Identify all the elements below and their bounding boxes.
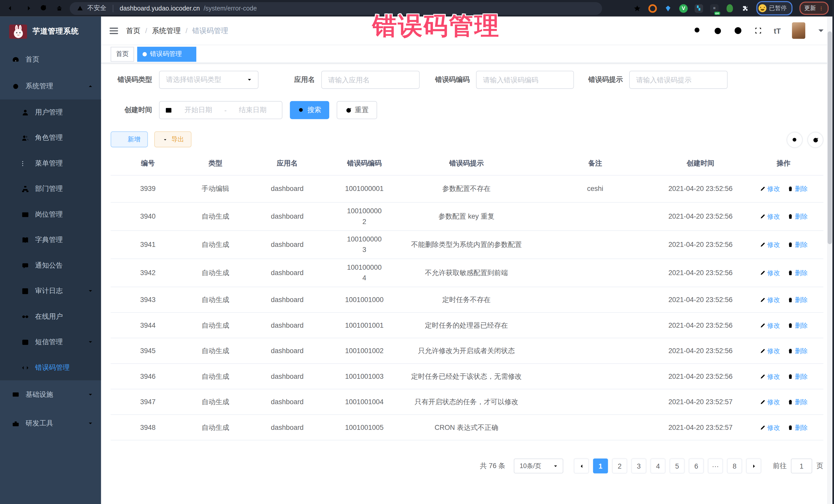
table-row[interactable]: 3939 手动编辑 dashboard 1001000001 参数配置不存在 c… (111, 176, 823, 203)
font-size-icon[interactable]: tT (774, 26, 781, 35)
dark-grid-extension-icon[interactable]: ▚ (695, 4, 703, 13)
caret-down-icon[interactable] (816, 26, 826, 35)
forward-icon[interactable] (23, 4, 31, 12)
page-size-select[interactable]: 10条/页 (514, 459, 563, 474)
delete-button[interactable]: 删除 (787, 211, 808, 222)
page-button-1[interactable]: 1 (593, 459, 608, 474)
browser-menu-icon[interactable] (819, 5, 824, 12)
sidebar-item-posts[interactable]: 岗位管理 (0, 202, 101, 227)
error-code-field[interactable] (476, 71, 574, 89)
scrollbar-thumb[interactable] (828, 31, 832, 244)
sidebar-item-dev-tools[interactable]: 研发工具 (0, 409, 101, 438)
app-name-field[interactable] (321, 71, 420, 89)
page-button-3[interactable]: 3 (631, 459, 646, 474)
browser-profile-button[interactable]: 已暂停 (756, 1, 792, 15)
next-page-button[interactable] (746, 459, 761, 474)
sidebar-item-notices[interactable]: 通知公告 (0, 253, 101, 278)
edit-button[interactable]: 修改 (759, 183, 780, 194)
edit-button[interactable]: 修改 (759, 371, 780, 381)
edit-button[interactable]: 修改 (759, 294, 780, 305)
tab-error-code[interactable]: 错误码管理 (137, 46, 196, 61)
goto-page-field[interactable] (791, 459, 812, 474)
export-button[interactable]: 导出 (154, 131, 192, 147)
delete-button[interactable]: 删除 (787, 396, 808, 407)
sidebar-item-roles[interactable]: 角色管理 (0, 125, 101, 150)
sidebar-item-system[interactable]: 系统管理 (0, 73, 101, 100)
page-ellipsis-button[interactable]: ··· (708, 459, 723, 474)
delete-button[interactable]: 删除 (787, 345, 808, 356)
table-row[interactable]: 3942 自动生成 dashboard 1001000004 不允许获取敏感配置… (111, 259, 823, 287)
delete-button[interactable]: 删除 (787, 371, 808, 381)
page-button-6[interactable]: 6 (689, 459, 704, 474)
sidebar-item-menus[interactable]: 菜单管理 (0, 151, 101, 176)
browser-update-button[interactable]: 更新 (799, 2, 829, 15)
table-row[interactable]: 3948 自动生成 dashboard 1001001005 CRON 表达式不… (111, 415, 823, 440)
reload-icon[interactable] (39, 4, 47, 12)
edit-button[interactable]: 修改 (759, 211, 780, 222)
edit-button[interactable]: 修改 (759, 239, 780, 250)
edit-button[interactable]: 修改 (759, 320, 780, 330)
error-msg-input[interactable] (630, 71, 727, 88)
goto-page-input[interactable] (791, 459, 812, 473)
green-v-extension-icon[interactable]: V (679, 4, 688, 13)
tab-home[interactable]: 首页 (111, 46, 134, 61)
edit-button[interactable]: 修改 (759, 268, 780, 278)
green-monkey-extension-icon[interactable] (725, 4, 734, 13)
home-icon[interactable] (56, 4, 63, 12)
sidebar-item-dictionary[interactable]: 字典管理 (0, 227, 101, 253)
sidebar-item-departments[interactable]: 部门管理 (0, 176, 101, 201)
blue-gem-extension-icon[interactable] (664, 4, 672, 13)
search-button[interactable]: 搜索 (290, 101, 329, 119)
user-avatar[interactable] (792, 22, 805, 39)
sidebar-item-online-users[interactable]: 在线用户 (0, 304, 101, 329)
sidebar-item-sms[interactable]: 短信管理 (0, 329, 101, 355)
breadcrumb-home[interactable]: 首页 (126, 26, 140, 36)
delete-button[interactable]: 删除 (787, 294, 808, 305)
page-button-2[interactable]: 2 (612, 459, 627, 474)
edit-button[interactable]: 修改 (759, 396, 780, 407)
delete-button[interactable]: 删除 (787, 268, 808, 278)
orange-ring-extension-icon[interactable] (649, 4, 657, 13)
error-code-input[interactable] (477, 71, 573, 88)
app-logo-row[interactable]: 芋道管理系统 (0, 17, 101, 46)
delete-button[interactable]: 删除 (787, 320, 808, 330)
list-extension-icon[interactable]: ≡on (710, 4, 719, 13)
fullscreen-icon[interactable] (754, 26, 763, 35)
delete-button[interactable]: 删除 (787, 239, 808, 250)
sidebar-item-infrastructure[interactable]: 基础设施 (0, 380, 101, 409)
table-row[interactable]: 3946 自动生成 dashboard 1001001003 定时任务已经处于该… (111, 364, 823, 389)
breadcrumb-system[interactable]: 系统管理 (152, 26, 181, 36)
sidebar-item-error-code[interactable]: 错误码管理 (0, 355, 101, 380)
page-button-5[interactable]: 5 (670, 459, 685, 474)
table-row[interactable]: 3940 自动生成 dashboard 1001000002 参数配置 key … (111, 203, 823, 231)
reset-button[interactable]: 重置 (337, 101, 377, 119)
help-icon[interactable] (733, 26, 742, 35)
table-row[interactable]: 3941 自动生成 dashboard 1001000003 不能删除类型为系统… (111, 231, 823, 259)
puzzle-extensions-icon[interactable] (741, 4, 749, 13)
table-row[interactable]: 3945 自动生成 dashboard 1001001002 只允许修改为开启或… (111, 338, 823, 364)
edit-button[interactable]: 修改 (759, 345, 780, 356)
delete-button[interactable]: 删除 (787, 422, 808, 433)
error-msg-field[interactable] (629, 71, 727, 89)
bookmark-star-icon[interactable] (633, 4, 641, 13)
search-icon[interactable] (693, 26, 702, 35)
edit-button[interactable]: 修改 (759, 422, 780, 433)
table-row[interactable]: 3944 自动生成 dashboard 1001001001 定时任务的处理器已… (111, 313, 823, 338)
page-scrollbar[interactable] (827, 17, 832, 504)
delete-button[interactable]: 删除 (787, 183, 808, 194)
close-icon[interactable] (185, 51, 191, 57)
table-row[interactable]: 3943 自动生成 dashboard 1001001000 定时任务不存在 2… (111, 287, 823, 312)
sidebar-item-home[interactable]: 首页 (0, 46, 101, 73)
back-icon[interactable] (7, 4, 15, 12)
page-button-4[interactable]: 4 (651, 459, 665, 474)
refresh-table-button[interactable] (807, 132, 823, 148)
sidebar-item-users[interactable]: 用户管理 (0, 100, 101, 125)
add-button[interactable]: 新增 (111, 131, 148, 147)
app-name-input[interactable] (322, 71, 419, 88)
date-range-picker[interactable]: 开始日期 - 结束日期 (159, 101, 283, 119)
page-button-8[interactable]: 8 (727, 459, 742, 474)
toggle-search-button[interactable] (787, 132, 803, 148)
sidebar-item-audit-log[interactable]: 审计日志 (0, 278, 101, 304)
error-type-select[interactable]: 请选择错误码类型 (159, 71, 259, 89)
prev-page-button[interactable] (574, 459, 589, 474)
